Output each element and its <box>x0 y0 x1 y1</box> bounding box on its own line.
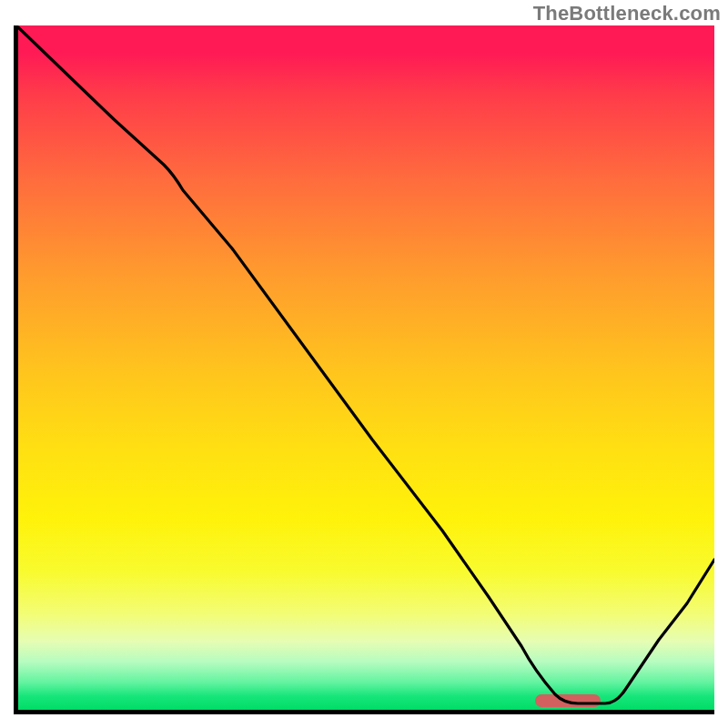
x-axis <box>14 710 714 714</box>
chart-container: TheBottleneck.com <box>0 0 728 728</box>
watermark-text: TheBottleneck.com <box>533 2 721 25</box>
curve-svg <box>14 25 714 714</box>
bottleneck-curve-line <box>18 27 714 703</box>
y-axis <box>14 25 18 714</box>
plot-frame <box>14 25 714 714</box>
